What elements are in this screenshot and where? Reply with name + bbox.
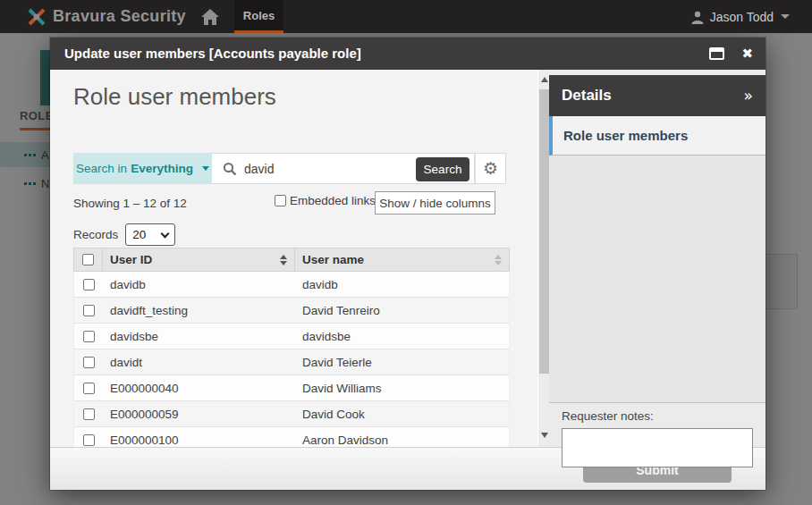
collapse-panel-icon: » — [744, 87, 753, 105]
results-table: User ID User name davidb davidb davidft_ — [73, 248, 510, 447]
select-all-checkbox[interactable] — [82, 254, 94, 265]
embedded-links-control: Embedded links — [275, 194, 376, 207]
records-control: Records 20 — [73, 223, 175, 246]
user-menu[interactable]: Jason Todd — [690, 0, 790, 33]
row-checkbox[interactable] — [83, 383, 95, 394]
ellipsis-icon — [24, 182, 36, 185]
details-item-role-user-members[interactable]: Role user members — [549, 116, 765, 156]
search-settings-button[interactable]: ⚙ — [475, 153, 506, 184]
background-tab-underline — [20, 128, 52, 130]
user-icon — [690, 10, 705, 24]
cell-user-name: David Teierle — [295, 356, 509, 369]
page-title: Role user members — [73, 83, 276, 111]
nav-tab-roles[interactable]: Roles — [234, 0, 283, 33]
content-pane: Role user members Search in Everything d… — [50, 70, 537, 447]
row-checkbox[interactable] — [83, 434, 95, 446]
table-row[interactable]: davidb davidb — [73, 272, 510, 298]
cell-user-name: David Tenreiro — [295, 304, 509, 317]
cell-user-name: davidb — [295, 278, 509, 291]
embedded-links-label: Embedded links — [290, 194, 376, 207]
search-input[interactable]: david Search — [212, 153, 475, 184]
column-header-user-name[interactable]: User name — [295, 248, 509, 271]
gear-icon: ⚙ — [483, 160, 498, 177]
maximize-icon — [709, 47, 724, 60]
search-scope-value: Everything — [131, 162, 193, 175]
close-button[interactable]: ✖ — [741, 38, 753, 70]
cell-user-name: davidsbe — [295, 330, 509, 343]
cell-user-id: davidb — [103, 278, 295, 291]
chevron-down-icon — [202, 166, 209, 171]
table-row[interactable]: davidft_testing David Tenreiro — [73, 298, 510, 324]
dialog-titlebar: Update user members [Accounts payable ro… — [50, 38, 765, 70]
nav-home[interactable] — [194, 0, 226, 33]
details-header-label: Details — [562, 87, 612, 105]
screen: Bravura Security Roles Jason Todd ROLE A — [0, 0, 812, 505]
search-icon — [223, 162, 237, 176]
table-row[interactable]: E000000100 Aaron Davidson — [73, 427, 510, 447]
background-list-item: A — [0, 142, 51, 167]
show-hide-columns-button[interactable]: Show / hide columns — [375, 191, 495, 215]
records-value: 20 — [132, 228, 146, 241]
user-name: Jason Todd — [710, 10, 774, 24]
row-checkbox[interactable] — [83, 279, 95, 290]
results-count: Showing 1 – 12 of 12 — [73, 197, 187, 210]
select-all-cell — [74, 248, 103, 271]
table-header: User ID User name — [73, 248, 510, 272]
top-nav: Bravura Security Roles Jason Todd — [0, 0, 812, 33]
search-button[interactable]: Search — [416, 157, 469, 181]
bravura-logo-icon — [27, 7, 47, 27]
sort-icon — [495, 255, 502, 265]
row-checkbox[interactable] — [83, 408, 95, 420]
table-row[interactable]: davidt David Teierle — [73, 349, 510, 375]
records-label: Records — [73, 228, 118, 241]
home-icon — [200, 8, 220, 26]
chevron-down-icon — [161, 229, 170, 238]
dialog-title: Update user members [Accounts payable ro… — [64, 38, 361, 70]
details-panel-header[interactable]: Details » — [549, 75, 765, 116]
background-roles-tab: ROLE — [20, 109, 54, 122]
cell-user-id: E000000100 — [103, 433, 295, 447]
content-scrollbar[interactable] — [537, 70, 549, 447]
cell-user-id: davidft_testing — [103, 304, 295, 317]
row-checkbox[interactable] — [83, 305, 95, 316]
search-query-text: david — [244, 162, 274, 176]
search-scope-prefix: Search in — [76, 162, 127, 175]
row-checkbox[interactable] — [83, 331, 95, 342]
cell-user-id: davidsbe — [103, 330, 295, 343]
table-row[interactable]: davidsbe davidsbe — [73, 324, 510, 349]
cell-user-name: David Cook — [295, 408, 509, 421]
chevron-down-icon — [781, 14, 790, 19]
row-checkbox[interactable] — [83, 357, 95, 368]
cell-user-id: davidt — [103, 356, 295, 369]
search-bar: Search in Everything david Search ⚙ — [73, 153, 506, 184]
cell-user-name: Aaron Davidson — [295, 433, 509, 447]
sort-asc-icon — [280, 255, 287, 265]
cell-user-id: E000000040 — [103, 382, 295, 395]
maximize-button[interactable] — [706, 45, 726, 63]
background-list-item: N — [0, 171, 51, 196]
table-row[interactable]: E000000059 David Cook — [73, 401, 510, 427]
details-panel: Details » Role user members Requester no… — [549, 70, 765, 447]
requester-notes-input[interactable] — [562, 428, 753, 467]
requester-notes-section: Requester notes: — [549, 402, 765, 447]
scroll-up-icon[interactable] — [541, 77, 548, 82]
brand-logo[interactable]: Bravura Security — [27, 0, 186, 33]
embedded-links-checkbox[interactable] — [275, 195, 286, 206]
nav-tab-roles-label: Roles — [243, 9, 275, 22]
table-row[interactable]: E000000040 David Williams — [73, 375, 510, 401]
cell-user-id: E000000059 — [103, 408, 295, 421]
update-user-members-dialog: Update user members [Accounts payable ro… — [50, 38, 765, 490]
records-select[interactable]: 20 — [125, 223, 175, 246]
ellipsis-icon — [24, 154, 36, 156]
cell-user-name: David Williams — [295, 382, 509, 395]
search-scope-dropdown[interactable]: Search in Everything — [73, 153, 212, 184]
scroll-down-icon[interactable] — [541, 433, 548, 438]
column-header-user-id[interactable]: User ID — [103, 248, 295, 271]
requester-notes-label: Requester notes: — [562, 409, 654, 423]
brand-name: Bravura Security — [53, 7, 186, 26]
scrollbar-thumb[interactable] — [539, 89, 549, 374]
